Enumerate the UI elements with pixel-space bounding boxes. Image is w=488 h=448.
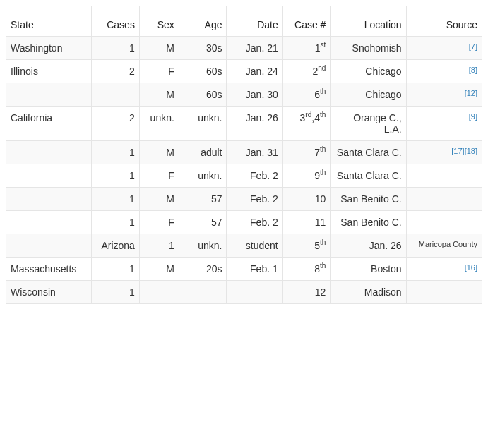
cell-source (406, 164, 482, 188)
cell-casenum: 10 (282, 188, 331, 211)
table-row: Illinois2F60sJan. 242ndChicago[8] (6, 60, 482, 83)
source-link[interactable]: [7] (469, 42, 477, 51)
cell-location: Chicago (331, 60, 406, 83)
table-row: 1Funkn.Feb. 29thSanta Clara C. (6, 164, 482, 188)
cell-sex (139, 281, 179, 304)
cell-date: Feb. 1 (227, 258, 282, 281)
cell-casenum: 5th (282, 234, 331, 258)
cell-source (406, 211, 482, 234)
cell-state (6, 164, 92, 188)
cell-source: [7] (406, 37, 482, 60)
cell-cases: 2 (92, 107, 140, 141)
cell-state: California (6, 107, 92, 141)
cell-age: 60s (179, 83, 227, 107)
header-cases: Cases (92, 6, 140, 37)
source-link[interactable]: [17] (451, 147, 464, 155)
cell-age (179, 281, 227, 304)
cell-source: [12] (406, 83, 482, 107)
table-row: 1MadultJan. 317thSanta Clara C.[17][18] (6, 141, 482, 164)
cell-source (406, 188, 482, 211)
cell-state: Massachusetts (6, 258, 92, 281)
cell-state (6, 234, 92, 258)
cell-sex: unkn. (139, 107, 179, 141)
cell-state (6, 188, 92, 211)
cell-sex: F (139, 164, 179, 188)
cell-location: Snohomish (331, 37, 406, 60)
source-link[interactable]: [8] (469, 66, 477, 74)
cell-source: [9] (406, 107, 482, 141)
cell-location: Santa Clara C. (331, 164, 406, 188)
cell-age: 30s (179, 37, 227, 60)
cell-casenum: 9th (282, 164, 331, 188)
cell-casenum: 1st (282, 37, 331, 60)
cell-date: student (227, 234, 282, 258)
table-row: Massachusetts1M20sFeb. 18thBoston[16] (6, 258, 482, 281)
cell-cases: 1 (92, 37, 140, 60)
cell-source: [8] (406, 60, 482, 83)
cell-casenum: 12 (282, 281, 331, 304)
cell-cases: 1 (92, 211, 140, 234)
cell-age: 57 (179, 211, 227, 234)
cell-age: unkn. (179, 107, 227, 141)
cell-casenum: 7th (282, 141, 331, 164)
cell-sex: 1 (139, 234, 179, 258)
cell-cases: 1 (92, 164, 140, 188)
cell-location: San Benito C. (331, 188, 406, 211)
table-row: Wisconsin112Madison (6, 281, 482, 304)
cell-date: Jan. 30 (227, 83, 282, 107)
cell-cases: 1 (92, 258, 140, 281)
cell-source: Maricopa County (406, 234, 482, 258)
cell-date: Jan. 24 (227, 60, 282, 83)
cell-location: Jan. 26 (331, 234, 406, 258)
cell-date: Feb. 2 (227, 188, 282, 211)
header-date: Date (227, 6, 282, 37)
cell-sex: F (139, 211, 179, 234)
cell-date: Jan. 26 (227, 107, 282, 141)
cell-date: Feb. 2 (227, 211, 282, 234)
cell-state (6, 211, 92, 234)
cell-date: Jan. 31 (227, 141, 282, 164)
cell-location: Boston (331, 258, 406, 281)
cell-location: Orange C., L.A. (331, 107, 406, 141)
cell-date: Jan. 21 (227, 37, 282, 60)
source-link[interactable]: [18] (465, 147, 477, 155)
cell-location: Madison (331, 281, 406, 304)
header-row: State Cases Sex Age Date Case # Location… (6, 6, 482, 37)
table-row: M60sJan. 306thChicago[12] (6, 83, 482, 107)
table-row: Arizona1unkn.student5thJan. 26Maricopa C… (6, 234, 482, 258)
cell-location: San Benito C. (331, 211, 406, 234)
cell-cases: 1 (92, 141, 140, 164)
cell-state (6, 141, 92, 164)
cell-location: Chicago (331, 83, 406, 107)
cell-date (227, 281, 282, 304)
source-link[interactable]: [16] (465, 263, 477, 272)
source-link[interactable]: [9] (469, 112, 477, 121)
cell-cases: 2 (92, 60, 140, 83)
cell-sex: M (139, 83, 179, 107)
cell-age: 20s (179, 258, 227, 281)
cell-casenum: 2nd (282, 60, 331, 83)
table-row: Washington1M30sJan. 211stSnohomish[7] (6, 37, 482, 60)
cell-location: Santa Clara C. (331, 141, 406, 164)
cell-source: [17][18] (406, 141, 482, 164)
table-row: 1M57Feb. 210San Benito C. (6, 188, 482, 211)
cell-state: Illinois (6, 60, 92, 83)
header-sex: Sex (139, 6, 179, 37)
cell-casenum: 8th (282, 258, 331, 281)
source-link[interactable]: [12] (465, 89, 477, 97)
cell-casenum: 3rd,4th (282, 107, 331, 141)
cell-state: Wisconsin (6, 281, 92, 304)
cell-cases: Arizona (92, 234, 140, 258)
cell-sex: F (139, 60, 179, 83)
cell-sex: M (139, 37, 179, 60)
cell-casenum: 6th (282, 83, 331, 107)
cell-sex: M (139, 258, 179, 281)
header-state: State (6, 6, 92, 37)
cell-cases: 1 (92, 281, 140, 304)
cell-age: 57 (179, 188, 227, 211)
header-casenum: Case # (282, 6, 331, 37)
cell-age: adult (179, 141, 227, 164)
cell-age: 60s (179, 60, 227, 83)
cases-table: State Cases Sex Age Date Case # Location… (6, 6, 482, 304)
header-location: Location (331, 6, 406, 37)
